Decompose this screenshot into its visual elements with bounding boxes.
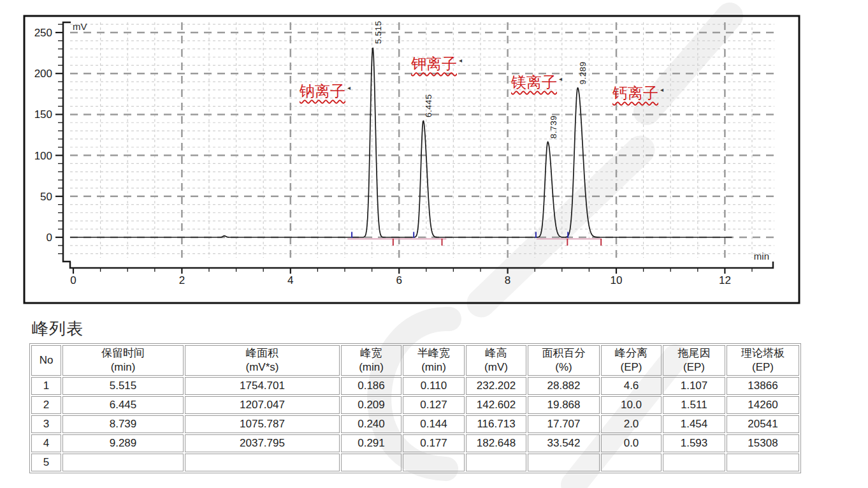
peak-cell: 0.110 (403, 377, 465, 395)
peak-cell: 1075.787 (185, 415, 340, 433)
ion-label-calcium: 钙离子◂ (612, 85, 663, 103)
peak-cell: 33.542 (528, 434, 600, 452)
peak-cell: 20541 (727, 415, 799, 433)
svg-text:150: 150 (34, 108, 52, 121)
peak-cell (528, 454, 600, 471)
svg-text:6.445: 6.445 (424, 94, 433, 117)
peak-cell: 6.445 (62, 396, 184, 414)
peak-cell (185, 454, 340, 471)
peak-cell: 4.6 (601, 377, 662, 395)
col-header-6: 面积百分(%) (528, 345, 600, 376)
svg-text:100: 100 (34, 150, 52, 162)
peak-cell: 28.882 (528, 377, 600, 395)
peak-cell: 13866 (727, 377, 799, 395)
svg-text:9.289: 9.289 (578, 61, 588, 84)
peak-cell: 17.707 (528, 415, 600, 433)
peak-cell: 14260 (727, 396, 799, 414)
svg-text:10: 10 (611, 274, 623, 286)
peak-end-markers (393, 239, 601, 246)
svg-text:200: 200 (34, 68, 52, 80)
y-axis-unit-label: mV (73, 21, 87, 32)
x-axis-unit-label: min (754, 251, 769, 262)
peak-table-header-row: No保留时间(min)峰面积(mV*s)峰宽(min)半峰宽(min)峰高(mV… (31, 345, 799, 376)
peak-cell: 1.454 (663, 415, 725, 433)
ion-label-text: 镁离子 (511, 74, 557, 91)
svg-text:12: 12 (719, 274, 731, 286)
col-header-4: 半峰宽(min) (403, 345, 465, 376)
peak-cell: 1.107 (663, 377, 725, 395)
peak-cell (601, 454, 662, 471)
peak-cell: 0.186 (341, 377, 401, 395)
peak-row-3[interactable]: 38.7391075.7870.2400.144116.71317.7072.0… (31, 415, 799, 433)
cursor-mark-icon: ◂ (559, 75, 562, 83)
peak-cell (466, 454, 526, 471)
peak-cell: 182.648 (466, 434, 526, 452)
peak-cell: 15308 (727, 434, 799, 452)
peak-cell: 0.177 (403, 434, 465, 452)
col-header-7: 峰分离(EP) (601, 345, 662, 376)
svg-text:8.739: 8.739 (549, 115, 558, 138)
y-tick-labels: 050100150200250 (34, 27, 52, 244)
peak-cell: 1 (31, 377, 61, 395)
col-header-2: 峰面积(mV*s) (185, 345, 340, 376)
y-axis (55, 22, 71, 262)
svg-text:0: 0 (70, 274, 76, 286)
peak-table: No保留时间(min)峰面积(mV*s)峰宽(min)半峰宽(min)峰高(mV… (29, 343, 801, 473)
svg-text:250: 250 (34, 27, 52, 39)
peak-cell: 5.515 (62, 377, 184, 395)
ion-label-text: 钾离子 (411, 55, 457, 72)
peak-cell: 232.202 (466, 377, 526, 395)
peak-cell: 10.0 (601, 396, 662, 414)
svg-text:4: 4 (287, 274, 293, 286)
cursor-mark-icon: ◂ (347, 84, 351, 92)
peak-cell: 8.739 (62, 415, 184, 433)
peak-cell: 1754.701 (185, 377, 340, 395)
svg-text:0: 0 (47, 232, 52, 244)
peak-row-5[interactable]: 5 (31, 454, 799, 471)
peak-cell: 0.291 (341, 434, 401, 452)
peak-cell: 1.511 (663, 396, 725, 414)
peak-row-2[interactable]: 26.4451207.0470.2090.127142.60219.86810.… (31, 396, 799, 414)
peak-cell: 1207.047 (185, 396, 340, 414)
ion-label-sodium: 钠离子◂ (300, 83, 351, 101)
x-tick-labels: 024681012 (70, 274, 731, 286)
peak-cell: 19.868 (528, 396, 600, 414)
peak-cell (727, 454, 799, 471)
ion-label-magnesium: 镁离子◂ (511, 74, 562, 92)
peak-cell: 2037.795 (185, 434, 340, 452)
col-header-5: 峰高(mV) (466, 345, 526, 376)
peak-cell (341, 454, 401, 471)
peak-cell: 0.209 (341, 396, 401, 414)
svg-text:50: 50 (40, 191, 52, 203)
peak-cell: 3 (31, 415, 61, 433)
peak-cell: 0.240 (341, 415, 401, 433)
peak-cell: 2.0 (601, 415, 662, 433)
ion-label-potassium: 钾离子◂ (411, 55, 462, 73)
x-axis (70, 262, 773, 274)
peak-table-header: No保留时间(min)峰面积(mV*s)峰宽(min)半峰宽(min)峰高(mV… (31, 345, 799, 376)
peak-row-4[interactable]: 49.2892037.7950.2910.177182.64833.5420.0… (31, 434, 799, 452)
peak-cell: 2 (31, 396, 61, 414)
peak-cell (403, 454, 465, 471)
col-header-3: 峰宽(min) (341, 345, 401, 376)
peak-cell: 9.289 (62, 434, 184, 452)
peak-cell: 0.144 (403, 415, 465, 433)
col-header-0: No (31, 345, 61, 376)
peak-cell (62, 454, 184, 471)
peak-cell: 116.713 (466, 415, 526, 433)
peak-cell: 1.593 (663, 434, 725, 452)
peak-cell: 0.127 (403, 396, 465, 414)
cursor-mark-icon: ◂ (660, 86, 663, 94)
cursor-mark-icon: ◂ (459, 57, 462, 64)
svg-text:5.515: 5.515 (373, 21, 383, 44)
col-header-9: 理论塔板(EP) (727, 345, 799, 376)
svg-text:6: 6 (396, 274, 401, 286)
col-header-1: 保留时间(min) (62, 345, 184, 376)
ion-label-text: 钙离子 (612, 85, 658, 101)
ion-label-text: 钠离子 (300, 83, 345, 100)
svg-text:8: 8 (505, 274, 510, 286)
peak-row-1[interactable]: 15.5151754.7010.1860.110232.20228.8824.6… (31, 377, 799, 395)
peak-cell: 0.0 (601, 434, 662, 452)
peak-cell: 142.602 (466, 396, 526, 414)
peak-table-title: 峰列表 (32, 318, 83, 340)
